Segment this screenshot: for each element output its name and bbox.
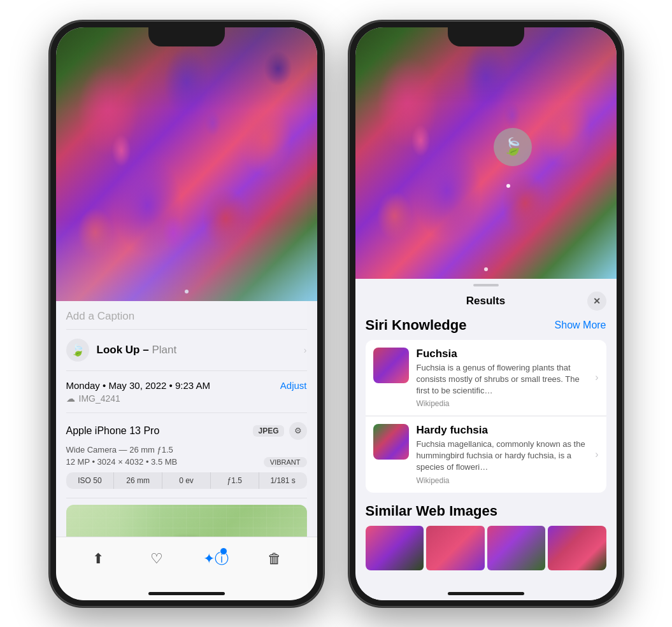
hardy-text: Hardy fuchsia Fuchsia magellanica, commo… bbox=[417, 424, 588, 485]
fuchsia-desc: Fuchsia is a genus of flowering plants t… bbox=[417, 362, 588, 397]
flower-photo-right[interactable]: 🍃 bbox=[355, 27, 617, 279]
meta-location-row: ☁ IMG_4241 bbox=[66, 393, 307, 404]
fuchsia-chevron-icon: › bbox=[595, 372, 598, 383]
siri-recognition-bubble[interactable]: 🍃 bbox=[494, 128, 532, 166]
photo-dot-indicator bbox=[185, 290, 189, 293]
knowledge-item-fuchsia[interactable]: Fuchsia Fuchsia is a genus of flowering … bbox=[366, 340, 606, 417]
heart-button[interactable]: ♡ bbox=[143, 545, 171, 573]
left-phone-inner: Add a Caption 🍃 Look Up – Plant › bbox=[56, 27, 317, 600]
home-indicator-right bbox=[355, 588, 617, 600]
meta-section: Monday • May 30, 2022 • 9:23 AM Adjust ☁… bbox=[66, 371, 307, 413]
web-image-1[interactable] bbox=[366, 526, 424, 570]
results-header: Results ✕ bbox=[355, 289, 617, 317]
results-content[interactable]: Siri Knowledge Show More Fuchsia Fuchsia… bbox=[355, 317, 617, 588]
right-phone-inner: 🍃 Results ✕ bbox=[355, 27, 617, 600]
device-name: Apple iPhone 13 Pro bbox=[66, 425, 160, 437]
web-image-3[interactable] bbox=[487, 526, 546, 570]
knowledge-card: Fuchsia Fuchsia is a genus of flowering … bbox=[366, 340, 606, 493]
siri-knowledge-header: Siri Knowledge Show More bbox=[366, 317, 606, 334]
drag-handle[interactable] bbox=[355, 279, 617, 289]
device-badges: JPEG ⚙ bbox=[253, 422, 306, 440]
chevron-right-icon: › bbox=[304, 345, 307, 355]
left-phone: Add a Caption 🍃 Look Up – Plant › bbox=[50, 21, 324, 607]
home-bar-left bbox=[148, 592, 225, 595]
info-button[interactable]: ✦ⓘ bbox=[202, 545, 230, 573]
jpeg-badge: JPEG bbox=[253, 425, 283, 437]
device-row: Apple iPhone 13 Pro JPEG ⚙ bbox=[66, 422, 307, 440]
results-title: Results bbox=[385, 295, 587, 307]
lookup-row[interactable]: 🍃 Look Up – Plant › bbox=[66, 330, 307, 371]
photo-dot-indicator-right bbox=[484, 267, 488, 271]
share-button[interactable]: ⬆ bbox=[84, 545, 112, 573]
resolution-row: 12 MP • 3024 × 4032 • 3.5 MB VIBRANT bbox=[66, 457, 307, 467]
caption-area[interactable]: Add a Caption bbox=[66, 301, 307, 330]
drag-bar bbox=[473, 284, 499, 286]
similar-web-images-title: Similar Web Images bbox=[366, 503, 606, 519]
exif-aperture: ƒ1.5 bbox=[211, 472, 259, 489]
lookup-icon-circle: 🍃 bbox=[66, 339, 89, 362]
scene: Add a Caption 🍃 Look Up – Plant › bbox=[0, 0, 672, 627]
fuchsia-thumbnail bbox=[373, 348, 409, 383]
hardy-name: Hardy fuchsia bbox=[417, 424, 588, 437]
cloud-icon: ☁ bbox=[66, 393, 75, 404]
exif-row: ISO 50 26 mm 0 ev ƒ1.5 1/181 s bbox=[66, 472, 307, 489]
home-indicator-left bbox=[56, 588, 317, 600]
exif-iso: ISO 50 bbox=[66, 472, 115, 489]
bottom-toolbar: ⬆ ♡ ✦ⓘ 🗑 bbox=[56, 537, 317, 588]
leaf-icon: 🍃 bbox=[71, 343, 85, 357]
notch-left bbox=[148, 27, 225, 46]
caption-placeholder[interactable]: Add a Caption bbox=[66, 310, 135, 322]
close-button[interactable]: ✕ bbox=[587, 292, 606, 311]
resolution-text: 12 MP • 3024 × 4032 • 3.5 MB bbox=[66, 457, 178, 467]
home-bar-right bbox=[448, 592, 524, 595]
knowledge-item-hardy[interactable]: Hardy fuchsia Fuchsia magellanica, commo… bbox=[366, 416, 606, 493]
left-screen: Add a Caption 🍃 Look Up – Plant › bbox=[56, 27, 317, 600]
camera-specs: Wide Camera — 26 mm ƒ1.5 bbox=[66, 445, 307, 454]
heart-icon: ♡ bbox=[150, 551, 163, 567]
siri-knowledge-title: Siri Knowledge bbox=[366, 317, 467, 334]
info-badge bbox=[220, 547, 227, 555]
results-panel: Results ✕ Siri Knowledge Show More bbox=[355, 279, 617, 600]
hardy-source: Wikipedia bbox=[417, 476, 588, 485]
siri-leaf-icon: 🍃 bbox=[503, 137, 523, 157]
right-phone: 🍃 Results ✕ bbox=[349, 21, 623, 607]
fuchsia-source: Wikipedia bbox=[417, 399, 588, 408]
fuchsia-name: Fuchsia bbox=[417, 348, 588, 360]
hardy-chevron-icon: › bbox=[595, 449, 598, 460]
trash-icon: 🗑 bbox=[268, 551, 282, 567]
right-screen: 🍃 Results ✕ bbox=[355, 27, 617, 600]
exif-focal: 26 mm bbox=[114, 472, 162, 489]
meta-filename: IMG_4241 bbox=[79, 393, 120, 404]
web-image-2[interactable] bbox=[426, 526, 485, 570]
hardy-desc: Fuchsia magellanica, commonly known as t… bbox=[417, 439, 588, 474]
settings-circle-icon[interactable]: ⚙ bbox=[289, 422, 307, 440]
close-icon: ✕ bbox=[593, 296, 601, 306]
fuchsia-text: Fuchsia Fuchsia is a genus of flowering … bbox=[417, 348, 588, 409]
siri-dot bbox=[506, 184, 510, 188]
flower-photo-left[interactable] bbox=[56, 27, 317, 301]
lookup-label: Look Up – Plant bbox=[97, 344, 177, 356]
meta-row-top: Monday • May 30, 2022 • 9:23 AM Adjust bbox=[66, 380, 307, 391]
device-section: Apple iPhone 13 Pro JPEG ⚙ Wide Camera —… bbox=[66, 413, 307, 498]
web-image-4[interactable] bbox=[548, 526, 606, 570]
notch-right bbox=[448, 27, 524, 46]
vibrant-badge: VIBRANT bbox=[264, 457, 307, 467]
exif-ev: 0 ev bbox=[162, 472, 211, 489]
left-content[interactable]: Add a Caption 🍃 Look Up – Plant › bbox=[56, 301, 317, 537]
map-section[interactable] bbox=[66, 505, 307, 537]
exif-shutter: 1/181 s bbox=[259, 472, 307, 489]
adjust-button[interactable]: Adjust bbox=[280, 380, 307, 391]
web-images-row bbox=[366, 526, 606, 570]
show-more-button[interactable]: Show More bbox=[555, 320, 606, 331]
share-icon: ⬆ bbox=[92, 551, 104, 567]
meta-date: Monday • May 30, 2022 • 9:23 AM bbox=[66, 380, 210, 391]
hardy-thumbnail bbox=[373, 424, 409, 460]
delete-button[interactable]: 🗑 bbox=[261, 545, 289, 573]
